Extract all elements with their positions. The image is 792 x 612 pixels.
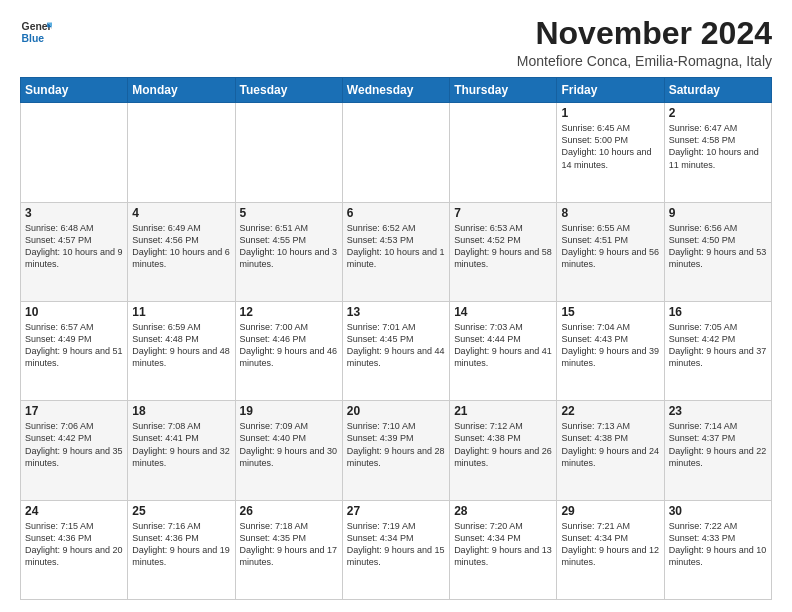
day-info: Sunrise: 7:06 AM Sunset: 4:42 PM Dayligh… — [25, 420, 123, 469]
day-number: 16 — [669, 305, 767, 319]
calendar-cell-w3d7: 16Sunrise: 7:05 AM Sunset: 4:42 PM Dayli… — [664, 301, 771, 400]
col-tuesday: Tuesday — [235, 78, 342, 103]
day-number: 8 — [561, 206, 659, 220]
day-info: Sunrise: 7:12 AM Sunset: 4:38 PM Dayligh… — [454, 420, 552, 469]
day-info: Sunrise: 6:47 AM Sunset: 4:58 PM Dayligh… — [669, 122, 767, 171]
day-info: Sunrise: 6:48 AM Sunset: 4:57 PM Dayligh… — [25, 222, 123, 271]
day-info: Sunrise: 7:18 AM Sunset: 4:35 PM Dayligh… — [240, 520, 338, 569]
day-info: Sunrise: 7:05 AM Sunset: 4:42 PM Dayligh… — [669, 321, 767, 370]
day-info: Sunrise: 7:21 AM Sunset: 4:34 PM Dayligh… — [561, 520, 659, 569]
calendar-header-row: Sunday Monday Tuesday Wednesday Thursday… — [21, 78, 772, 103]
day-number: 12 — [240, 305, 338, 319]
day-info: Sunrise: 7:16 AM Sunset: 4:36 PM Dayligh… — [132, 520, 230, 569]
day-info: Sunrise: 7:10 AM Sunset: 4:39 PM Dayligh… — [347, 420, 445, 469]
calendar-cell-w5d7: 30Sunrise: 7:22 AM Sunset: 4:33 PM Dayli… — [664, 500, 771, 599]
day-number: 26 — [240, 504, 338, 518]
calendar-cell-w4d1: 17Sunrise: 7:06 AM Sunset: 4:42 PM Dayli… — [21, 401, 128, 500]
calendar-cell-w2d2: 4Sunrise: 6:49 AM Sunset: 4:56 PM Daylig… — [128, 202, 235, 301]
day-number: 2 — [669, 106, 767, 120]
day-info: Sunrise: 7:03 AM Sunset: 4:44 PM Dayligh… — [454, 321, 552, 370]
title-block: November 2024 Montefiore Conca, Emilia-R… — [517, 16, 772, 69]
day-number: 22 — [561, 404, 659, 418]
day-number: 10 — [25, 305, 123, 319]
day-info: Sunrise: 6:57 AM Sunset: 4:49 PM Dayligh… — [25, 321, 123, 370]
week-row-5: 24Sunrise: 7:15 AM Sunset: 4:36 PM Dayli… — [21, 500, 772, 599]
calendar-cell-w3d1: 10Sunrise: 6:57 AM Sunset: 4:49 PM Dayli… — [21, 301, 128, 400]
day-info: Sunrise: 6:53 AM Sunset: 4:52 PM Dayligh… — [454, 222, 552, 271]
calendar-cell-w3d4: 13Sunrise: 7:01 AM Sunset: 4:45 PM Dayli… — [342, 301, 449, 400]
calendar-cell-w3d3: 12Sunrise: 7:00 AM Sunset: 4:46 PM Dayli… — [235, 301, 342, 400]
col-wednesday: Wednesday — [342, 78, 449, 103]
calendar-cell-w1d3 — [235, 103, 342, 202]
day-number: 6 — [347, 206, 445, 220]
calendar-cell-w5d6: 29Sunrise: 7:21 AM Sunset: 4:34 PM Dayli… — [557, 500, 664, 599]
calendar-cell-w4d7: 23Sunrise: 7:14 AM Sunset: 4:37 PM Dayli… — [664, 401, 771, 500]
day-number: 30 — [669, 504, 767, 518]
calendar-cell-w2d6: 8Sunrise: 6:55 AM Sunset: 4:51 PM Daylig… — [557, 202, 664, 301]
day-number: 21 — [454, 404, 552, 418]
day-info: Sunrise: 6:56 AM Sunset: 4:50 PM Dayligh… — [669, 222, 767, 271]
logo: General Blue — [20, 16, 52, 48]
day-info: Sunrise: 6:55 AM Sunset: 4:51 PM Dayligh… — [561, 222, 659, 271]
col-friday: Friday — [557, 78, 664, 103]
day-info: Sunrise: 6:52 AM Sunset: 4:53 PM Dayligh… — [347, 222, 445, 271]
day-number: 7 — [454, 206, 552, 220]
calendar-cell-w5d4: 27Sunrise: 7:19 AM Sunset: 4:34 PM Dayli… — [342, 500, 449, 599]
calendar-cell-w5d5: 28Sunrise: 7:20 AM Sunset: 4:34 PM Dayli… — [450, 500, 557, 599]
day-number: 11 — [132, 305, 230, 319]
calendar-cell-w2d7: 9Sunrise: 6:56 AM Sunset: 4:50 PM Daylig… — [664, 202, 771, 301]
col-saturday: Saturday — [664, 78, 771, 103]
day-info: Sunrise: 7:01 AM Sunset: 4:45 PM Dayligh… — [347, 321, 445, 370]
header: General Blue November 2024 Montefiore Co… — [20, 16, 772, 69]
calendar-cell-w3d2: 11Sunrise: 6:59 AM Sunset: 4:48 PM Dayli… — [128, 301, 235, 400]
day-number: 3 — [25, 206, 123, 220]
day-info: Sunrise: 7:08 AM Sunset: 4:41 PM Dayligh… — [132, 420, 230, 469]
day-info: Sunrise: 7:00 AM Sunset: 4:46 PM Dayligh… — [240, 321, 338, 370]
day-info: Sunrise: 7:15 AM Sunset: 4:36 PM Dayligh… — [25, 520, 123, 569]
week-row-3: 10Sunrise: 6:57 AM Sunset: 4:49 PM Dayli… — [21, 301, 772, 400]
calendar-cell-w2d1: 3Sunrise: 6:48 AM Sunset: 4:57 PM Daylig… — [21, 202, 128, 301]
day-number: 19 — [240, 404, 338, 418]
day-number: 15 — [561, 305, 659, 319]
day-number: 29 — [561, 504, 659, 518]
day-number: 27 — [347, 504, 445, 518]
day-number: 23 — [669, 404, 767, 418]
calendar-cell-w5d1: 24Sunrise: 7:15 AM Sunset: 4:36 PM Dayli… — [21, 500, 128, 599]
day-info: Sunrise: 6:51 AM Sunset: 4:55 PM Dayligh… — [240, 222, 338, 271]
day-number: 13 — [347, 305, 445, 319]
calendar-cell-w1d4 — [342, 103, 449, 202]
day-info: Sunrise: 7:09 AM Sunset: 4:40 PM Dayligh… — [240, 420, 338, 469]
calendar-cell-w5d3: 26Sunrise: 7:18 AM Sunset: 4:35 PM Dayli… — [235, 500, 342, 599]
calendar-cell-w1d7: 2Sunrise: 6:47 AM Sunset: 4:58 PM Daylig… — [664, 103, 771, 202]
calendar-cell-w1d6: 1Sunrise: 6:45 AM Sunset: 5:00 PM Daylig… — [557, 103, 664, 202]
month-title: November 2024 — [517, 16, 772, 51]
calendar-cell-w1d2 — [128, 103, 235, 202]
day-info: Sunrise: 7:20 AM Sunset: 4:34 PM Dayligh… — [454, 520, 552, 569]
day-number: 25 — [132, 504, 230, 518]
page: General Blue November 2024 Montefiore Co… — [0, 0, 792, 612]
day-number: 5 — [240, 206, 338, 220]
calendar-cell-w1d5 — [450, 103, 557, 202]
day-info: Sunrise: 7:14 AM Sunset: 4:37 PM Dayligh… — [669, 420, 767, 469]
col-thursday: Thursday — [450, 78, 557, 103]
week-row-1: 1Sunrise: 6:45 AM Sunset: 5:00 PM Daylig… — [21, 103, 772, 202]
day-info: Sunrise: 7:22 AM Sunset: 4:33 PM Dayligh… — [669, 520, 767, 569]
day-info: Sunrise: 6:59 AM Sunset: 4:48 PM Dayligh… — [132, 321, 230, 370]
day-info: Sunrise: 7:19 AM Sunset: 4:34 PM Dayligh… — [347, 520, 445, 569]
col-monday: Monday — [128, 78, 235, 103]
calendar-cell-w4d6: 22Sunrise: 7:13 AM Sunset: 4:38 PM Dayli… — [557, 401, 664, 500]
day-number: 14 — [454, 305, 552, 319]
day-info: Sunrise: 6:49 AM Sunset: 4:56 PM Dayligh… — [132, 222, 230, 271]
calendar-cell-w4d5: 21Sunrise: 7:12 AM Sunset: 4:38 PM Dayli… — [450, 401, 557, 500]
day-number: 9 — [669, 206, 767, 220]
day-number: 17 — [25, 404, 123, 418]
calendar-cell-w4d4: 20Sunrise: 7:10 AM Sunset: 4:39 PM Dayli… — [342, 401, 449, 500]
calendar-cell-w5d2: 25Sunrise: 7:16 AM Sunset: 4:36 PM Dayli… — [128, 500, 235, 599]
day-info: Sunrise: 6:45 AM Sunset: 5:00 PM Dayligh… — [561, 122, 659, 171]
calendar-cell-w2d5: 7Sunrise: 6:53 AM Sunset: 4:52 PM Daylig… — [450, 202, 557, 301]
svg-text:Blue: Blue — [22, 33, 45, 44]
day-info: Sunrise: 7:04 AM Sunset: 4:43 PM Dayligh… — [561, 321, 659, 370]
calendar-cell-w2d4: 6Sunrise: 6:52 AM Sunset: 4:53 PM Daylig… — [342, 202, 449, 301]
calendar-cell-w1d1 — [21, 103, 128, 202]
calendar-cell-w3d6: 15Sunrise: 7:04 AM Sunset: 4:43 PM Dayli… — [557, 301, 664, 400]
